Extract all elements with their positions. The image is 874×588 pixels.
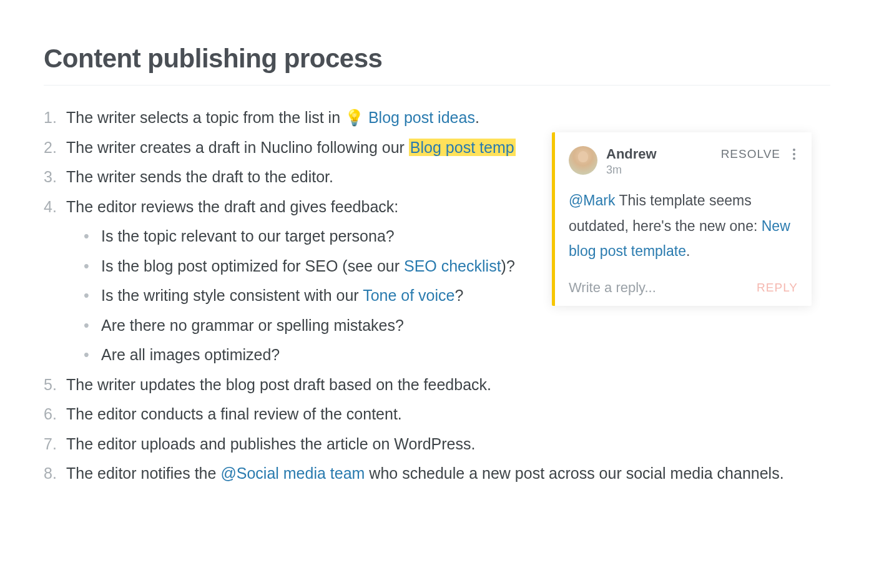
more-options-icon[interactable]: [790, 146, 798, 162]
list-text: )?: [501, 257, 515, 275]
lightbulb-icon: 💡: [345, 103, 364, 133]
list-text: Are there no grammar or spelling mistake…: [101, 316, 404, 334]
list-item[interactable]: The editor uploads and publishes the art…: [44, 429, 830, 459]
list-text: The editor reviews the draft and gives f…: [66, 198, 398, 215]
comment-actions: RESOLVE: [721, 146, 798, 162]
link-blog-post-ideas[interactable]: Blog post ideas: [368, 109, 475, 126]
list-item[interactable]: The editor conducts a final review of th…: [44, 399, 830, 429]
list-text: The writer updates the blog post draft b…: [66, 376, 491, 393]
reply-input[interactable]: Write a reply...: [569, 280, 757, 296]
list-item[interactable]: The editor notifies the @Social media te…: [44, 459, 830, 489]
link-seo-checklist[interactable]: SEO checklist: [404, 257, 501, 275]
sub-list-item[interactable]: Are there no grammar or spelling mistake…: [84, 311, 830, 341]
mention-social-media-team[interactable]: @Social media team: [220, 464, 365, 482]
list-text: The editor uploads and publishes the art…: [66, 435, 475, 453]
list-text: The writer sends the draft to the editor…: [66, 168, 333, 185]
link-tone-of-voice[interactable]: Tone of voice: [363, 287, 454, 304]
author-name: Andrew: [606, 146, 712, 162]
reply-button[interactable]: REPLY: [757, 281, 798, 295]
page-title: Content publishing process: [44, 44, 830, 86]
list-text: The editor notifies the: [66, 464, 220, 482]
list-text: who schedule a new post across our socia…: [365, 464, 783, 482]
list-item[interactable]: The writer updates the blog post draft b…: [44, 370, 830, 400]
comment-card: Andrew 3m RESOLVE @Mark This template se…: [552, 132, 812, 306]
list-item[interactable]: The writer selects a topic from the list…: [44, 103, 830, 133]
comment-timestamp: 3m: [606, 164, 712, 177]
list-text: Are all images optimized?: [101, 346, 280, 363]
link-blog-post-template-highlighted[interactable]: Blog post temp: [409, 139, 516, 156]
avatar[interactable]: [569, 146, 597, 175]
reply-row: Write a reply... REPLY: [569, 280, 798, 296]
list-text: The writer selects a topic from the list…: [66, 109, 345, 126]
list-text: Is the blog post optimized for SEO (see …: [101, 257, 404, 275]
comment-header: Andrew 3m RESOLVE: [569, 146, 798, 177]
list-text: .: [475, 109, 479, 126]
author-block: Andrew 3m: [606, 146, 712, 177]
list-text: Is the topic relevant to our target pers…: [101, 227, 395, 245]
sub-list-item[interactable]: Are all images optimized?: [84, 340, 830, 370]
list-text: ?: [455, 287, 464, 304]
list-text: The writer creates a draft in Nuclino fo…: [66, 139, 409, 156]
mention-mark[interactable]: @Mark: [569, 192, 615, 208]
comment-text: .: [686, 243, 690, 259]
resolve-button[interactable]: RESOLVE: [721, 147, 780, 161]
list-text: Is the writing style consistent with our: [101, 287, 363, 304]
comment-body: @Mark This template seems outdated, here…: [569, 188, 798, 263]
list-text: The editor conducts a final review of th…: [66, 405, 402, 423]
